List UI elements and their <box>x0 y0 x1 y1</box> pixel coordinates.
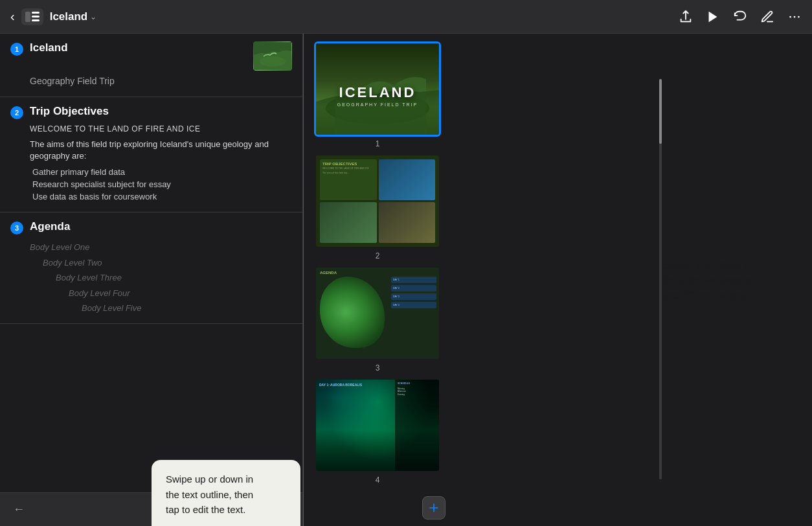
slide-number-1: 1 <box>10 43 23 56</box>
more-button[interactable] <box>787 10 802 24</box>
bullet-3: Use data as basis for coursework <box>30 192 292 201</box>
slide-1-subtitle: Geography Field Trip <box>30 76 292 86</box>
play-button[interactable] <box>706 10 720 24</box>
nav-thumb-2[interactable]: TRIP OBJECTIVES WELCOME TO THE LAND OF F… <box>314 154 441 249</box>
nav-slide-number-4: 4 <box>376 475 380 485</box>
outline-slide-1[interactable]: 1 Iceland Geography Field Trip <box>0 34 302 97</box>
topbar: ‹ Iceland ⌄ <box>0 0 812 34</box>
body-level-4: Body Level Four <box>30 286 292 301</box>
add-slide-button[interactable] <box>422 496 445 520</box>
svg-rect-1 <box>32 12 39 14</box>
topbar-title-group[interactable]: Iceland ⌄ <box>50 10 97 23</box>
svg-rect-0 <box>25 12 30 22</box>
thumb-1-visual: ICELAND GEOGRAPHY FIELD TRIP <box>316 43 439 135</box>
svg-point-5 <box>789 16 791 17</box>
slide-2-body: The aims of this field trip exploring Ic… <box>30 139 292 162</box>
svg-marker-4 <box>709 11 717 22</box>
bullet-1: Gather primary field data <box>30 167 292 177</box>
sidebar-icon <box>25 11 39 23</box>
slide-2-title: Trip Objectives <box>30 105 292 118</box>
slide-2-content: WELCOME TO THE LAND OF FIRE AND ICE The … <box>10 124 292 201</box>
scrollbar-thumb[interactable] <box>659 79 662 144</box>
nav-slide-number-1: 1 <box>376 139 380 148</box>
outline-tooltip-text: Swipe up or down in the text outline, th… <box>166 474 253 515</box>
svg-point-7 <box>798 16 800 17</box>
navigator-callout: Swipe up or down in the slide navigator … <box>663 257 799 303</box>
bullet-2: Research specialist subject for essay <box>30 179 292 189</box>
sidebar-toggle-button[interactable] <box>21 8 43 25</box>
nav-slide-4[interactable]: DAY 1: AURORA BOREALIS SCHEDULE MorningA… <box>308 378 447 485</box>
svg-point-6 <box>794 16 796 17</box>
annotate-button[interactable] <box>760 10 774 24</box>
slide-2-caps: WELCOME TO THE LAND OF FIRE AND ICE <box>30 124 292 133</box>
document-title: Iceland <box>50 10 88 23</box>
slide-number-2: 2 <box>10 106 23 119</box>
nav-slide-1[interactable]: ICELAND GEOGRAPHY FIELD TRIP 1 <box>308 41 447 148</box>
slide-number-3: 3 <box>10 222 23 234</box>
panel-divider <box>303 34 304 526</box>
svg-rect-13 <box>429 507 438 509</box>
slide-3-title: Agenda <box>30 220 292 233</box>
main-area: 1 Iceland Geography Field Trip <box>0 34 812 526</box>
nav-thumb-3[interactable]: AGENDA DAY 1 DAY 2 DAY 3 DAY 4 <box>314 266 441 361</box>
undo-button[interactable] <box>733 10 747 24</box>
slide-navigator[interactable]: ICELAND GEOGRAPHY FIELD TRIP 1 TRIP OBJE… <box>303 34 452 526</box>
slide-1-thumbnail <box>253 41 292 71</box>
body-level-5: Body Level Five <box>30 301 292 315</box>
thumb-1-sub-text: GEOGRAPHY FIELD TRIP <box>337 102 418 107</box>
navigator-callout-text: Swipe up or down in the slide navigator … <box>663 259 752 301</box>
body-level-3: Body Level Three <box>30 270 292 285</box>
outline-tooltip: Swipe up or down in the text outline, th… <box>152 460 300 526</box>
share-button[interactable] <box>679 10 693 24</box>
title-chevron-icon: ⌄ <box>90 12 96 21</box>
outline-slide-3[interactable]: 3 Agenda Body Level One Body Level Two B… <box>0 212 302 324</box>
outline-slide-2[interactable]: 2 Trip Objectives WELCOME TO THE LAND OF… <box>0 97 302 212</box>
slide-1-content: Geography Field Trip <box>10 76 292 86</box>
indent-out-button[interactable]: ← <box>13 503 25 516</box>
plus-icon <box>427 501 440 514</box>
body-level-1: Body Level One <box>30 240 292 255</box>
back-button[interactable]: ‹ <box>10 9 15 24</box>
slide-1-title: Iceland <box>30 41 247 54</box>
svg-rect-2 <box>32 16 39 17</box>
svg-rect-3 <box>32 19 39 21</box>
outline-panel[interactable]: 1 Iceland Geography Field Trip <box>0 34 303 526</box>
body-level-2: Body Level Two <box>30 255 292 270</box>
nav-thumb-4[interactable]: DAY 1: AURORA BOREALIS SCHEDULE MorningA… <box>314 378 441 473</box>
topbar-right <box>679 10 802 24</box>
thumb-1-title-text: ICELAND <box>339 84 416 101</box>
topbar-left: ‹ Iceland ⌄ <box>10 8 96 25</box>
scrollbar-track <box>659 79 662 479</box>
nav-slide-3[interactable]: AGENDA DAY 1 DAY 2 DAY 3 DAY 4 3 <box>308 266 447 372</box>
slide-3-content: Body Level One Body Level Two Body Level… <box>10 240 292 315</box>
nav-slide-number-2: 2 <box>376 251 380 260</box>
nav-slide-number-3: 3 <box>376 363 380 372</box>
nav-thumb-1[interactable]: ICELAND GEOGRAPHY FIELD TRIP <box>314 41 441 137</box>
nav-slide-2[interactable]: TRIP OBJECTIVES WELCOME TO THE LAND OF F… <box>308 154 447 260</box>
